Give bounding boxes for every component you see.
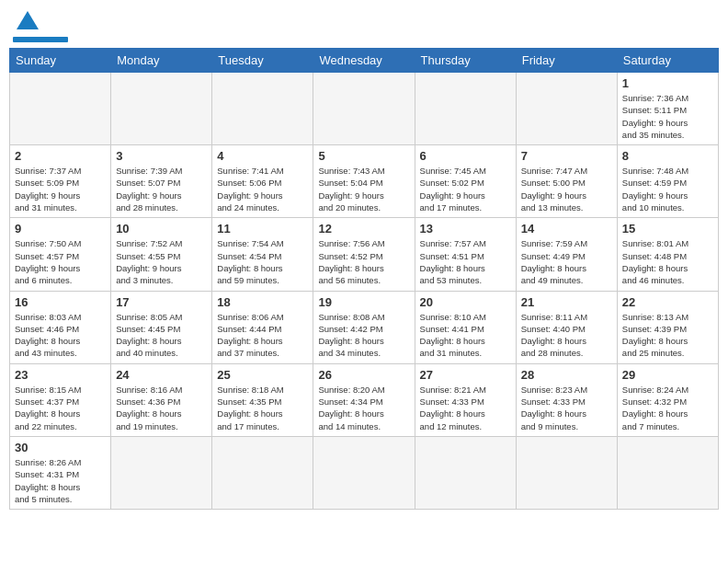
calendar-cell: 17Sunrise: 8:05 AM Sunset: 4:45 PM Dayli… <box>111 291 212 363</box>
calendar-cell: 11Sunrise: 7:54 AM Sunset: 4:54 PM Dayli… <box>212 218 313 291</box>
day-number: 18 <box>217 295 308 309</box>
calendar-cell <box>111 73 212 145</box>
calendar-cell: 24Sunrise: 8:16 AM Sunset: 4:36 PM Dayli… <box>111 363 212 436</box>
day-number: 11 <box>217 222 308 236</box>
day-info: Sunrise: 7:36 AM Sunset: 5:11 PM Dayligh… <box>622 92 713 141</box>
day-number: 1 <box>622 76 713 90</box>
weekday-header-friday: Friday <box>516 49 617 73</box>
page-header <box>9 9 719 42</box>
calendar-cell: 29Sunrise: 8:24 AM Sunset: 4:32 PM Dayli… <box>617 363 718 436</box>
calendar-cell: 4Sunrise: 7:41 AM Sunset: 5:06 PM Daylig… <box>212 145 313 218</box>
day-number: 20 <box>420 295 511 309</box>
calendar-week-row: 23Sunrise: 8:15 AM Sunset: 4:37 PM Dayli… <box>10 363 719 436</box>
day-number: 22 <box>622 295 713 309</box>
day-number: 8 <box>622 149 713 163</box>
day-info: Sunrise: 8:03 AM Sunset: 4:46 PM Dayligh… <box>15 311 106 360</box>
calendar-header-row: SundayMondayTuesdayWednesdayThursdayFrid… <box>10 49 719 73</box>
day-number: 7 <box>521 149 612 163</box>
calendar-cell: 27Sunrise: 8:21 AM Sunset: 4:33 PM Dayli… <box>415 363 516 436</box>
day-number: 13 <box>420 222 511 236</box>
weekday-header-thursday: Thursday <box>415 49 516 73</box>
calendar-cell: 9Sunrise: 7:50 AM Sunset: 4:57 PM Daylig… <box>10 218 111 291</box>
day-number: 29 <box>622 368 713 382</box>
calendar-cell <box>617 436 718 509</box>
calendar-cell: 6Sunrise: 7:45 AM Sunset: 5:02 PM Daylig… <box>415 145 516 218</box>
day-info: Sunrise: 7:52 AM Sunset: 4:55 PM Dayligh… <box>116 237 207 286</box>
calendar-cell: 15Sunrise: 8:01 AM Sunset: 4:48 PM Dayli… <box>617 218 718 291</box>
calendar-week-row: 16Sunrise: 8:03 AM Sunset: 4:46 PM Dayli… <box>10 291 719 363</box>
day-info: Sunrise: 8:13 AM Sunset: 4:39 PM Dayligh… <box>622 311 713 360</box>
calendar-cell: 1Sunrise: 7:36 AM Sunset: 5:11 PM Daylig… <box>617 73 718 145</box>
day-info: Sunrise: 7:41 AM Sunset: 5:06 PM Dayligh… <box>217 165 308 213</box>
day-number: 26 <box>318 368 409 382</box>
day-info: Sunrise: 8:23 AM Sunset: 4:33 PM Dayligh… <box>521 384 612 432</box>
day-info: Sunrise: 7:47 AM Sunset: 5:00 PM Dayligh… <box>521 165 612 213</box>
day-info: Sunrise: 8:16 AM Sunset: 4:36 PM Dayligh… <box>116 384 207 432</box>
day-info: Sunrise: 7:37 AM Sunset: 5:09 PM Dayligh… <box>15 165 106 213</box>
calendar-cell: 26Sunrise: 8:20 AM Sunset: 4:34 PM Dayli… <box>313 363 415 436</box>
day-number: 5 <box>318 149 409 163</box>
calendar-cell <box>313 73 415 145</box>
calendar-cell: 25Sunrise: 8:18 AM Sunset: 4:35 PM Dayli… <box>212 363 313 436</box>
day-info: Sunrise: 8:06 AM Sunset: 4:44 PM Dayligh… <box>217 311 308 360</box>
day-number: 19 <box>318 295 409 309</box>
calendar-cell <box>415 73 516 145</box>
day-number: 6 <box>420 149 511 163</box>
calendar-week-row: 9Sunrise: 7:50 AM Sunset: 4:57 PM Daylig… <box>10 218 719 291</box>
calendar-cell: 28Sunrise: 8:23 AM Sunset: 4:33 PM Dayli… <box>516 363 617 436</box>
calendar-week-row: 30Sunrise: 8:26 AM Sunset: 4:31 PM Dayli… <box>10 436 719 509</box>
calendar-cell: 10Sunrise: 7:52 AM Sunset: 4:55 PM Dayli… <box>111 218 212 291</box>
calendar-cell <box>415 436 516 509</box>
calendar-week-row: 2Sunrise: 7:37 AM Sunset: 5:09 PM Daylig… <box>10 145 719 218</box>
calendar-cell: 19Sunrise: 8:08 AM Sunset: 4:42 PM Dayli… <box>313 291 415 363</box>
calendar-cell: 14Sunrise: 7:59 AM Sunset: 4:49 PM Dayli… <box>516 218 617 291</box>
day-number: 10 <box>116 222 207 236</box>
day-number: 9 <box>15 222 106 236</box>
calendar-cell: 13Sunrise: 7:57 AM Sunset: 4:51 PM Dayli… <box>415 218 516 291</box>
day-number: 28 <box>521 368 612 382</box>
day-number: 14 <box>521 222 612 236</box>
logo-icon <box>15 9 40 35</box>
calendar-cell <box>516 73 617 145</box>
day-number: 16 <box>15 295 106 309</box>
calendar-cell: 8Sunrise: 7:48 AM Sunset: 4:59 PM Daylig… <box>617 145 718 218</box>
day-number: 4 <box>217 149 308 163</box>
calendar-cell: 23Sunrise: 8:15 AM Sunset: 4:37 PM Dayli… <box>10 363 111 436</box>
calendar-cell <box>212 436 313 509</box>
day-info: Sunrise: 8:08 AM Sunset: 4:42 PM Dayligh… <box>318 311 409 360</box>
calendar-cell: 18Sunrise: 8:06 AM Sunset: 4:44 PM Dayli… <box>212 291 313 363</box>
day-number: 2 <box>15 149 106 163</box>
calendar-cell: 7Sunrise: 7:47 AM Sunset: 5:00 PM Daylig… <box>516 145 617 218</box>
calendar-cell <box>212 73 313 145</box>
weekday-header-monday: Monday <box>111 49 212 73</box>
day-info: Sunrise: 8:18 AM Sunset: 4:35 PM Dayligh… <box>217 384 308 432</box>
day-number: 30 <box>15 441 106 454</box>
day-info: Sunrise: 7:45 AM Sunset: 5:02 PM Dayligh… <box>420 165 511 213</box>
weekday-header-tuesday: Tuesday <box>212 49 313 73</box>
day-info: Sunrise: 7:48 AM Sunset: 4:59 PM Dayligh… <box>622 165 713 213</box>
calendar-cell <box>111 436 212 509</box>
day-info: Sunrise: 7:57 AM Sunset: 4:51 PM Dayligh… <box>420 237 511 286</box>
calendar-cell: 3Sunrise: 7:39 AM Sunset: 5:07 PM Daylig… <box>111 145 212 218</box>
day-number: 17 <box>116 295 207 309</box>
calendar-cell <box>313 436 415 509</box>
day-number: 23 <box>15 368 106 382</box>
day-info: Sunrise: 7:43 AM Sunset: 5:04 PM Dayligh… <box>318 165 409 213</box>
calendar-cell: 12Sunrise: 7:56 AM Sunset: 4:52 PM Dayli… <box>313 218 415 291</box>
weekday-header-wednesday: Wednesday <box>313 49 415 73</box>
logo-bar <box>13 37 68 42</box>
calendar-week-row: 1Sunrise: 7:36 AM Sunset: 5:11 PM Daylig… <box>10 73 719 145</box>
day-number: 15 <box>622 222 713 236</box>
calendar-cell: 5Sunrise: 7:43 AM Sunset: 5:04 PM Daylig… <box>313 145 415 218</box>
calendar-cell <box>516 436 617 509</box>
calendar-cell: 30Sunrise: 8:26 AM Sunset: 4:31 PM Dayli… <box>10 436 111 509</box>
day-info: Sunrise: 8:24 AM Sunset: 4:32 PM Dayligh… <box>622 384 713 432</box>
day-info: Sunrise: 7:54 AM Sunset: 4:54 PM Dayligh… <box>217 237 308 286</box>
day-info: Sunrise: 7:59 AM Sunset: 4:49 PM Dayligh… <box>521 237 612 286</box>
day-number: 24 <box>116 368 207 382</box>
day-info: Sunrise: 7:56 AM Sunset: 4:52 PM Dayligh… <box>318 237 409 286</box>
day-info: Sunrise: 8:10 AM Sunset: 4:41 PM Dayligh… <box>420 311 511 360</box>
day-info: Sunrise: 8:21 AM Sunset: 4:33 PM Dayligh… <box>420 384 511 432</box>
day-number: 25 <box>217 368 308 382</box>
day-info: Sunrise: 7:50 AM Sunset: 4:57 PM Dayligh… <box>15 237 106 286</box>
